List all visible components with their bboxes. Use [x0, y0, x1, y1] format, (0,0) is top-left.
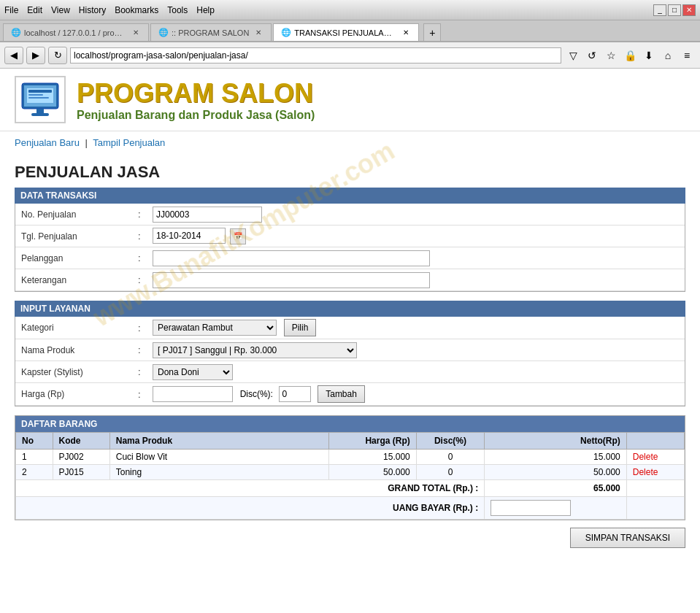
- menu-icon[interactable]: ≡: [678, 47, 696, 64]
- address-input[interactable]: [70, 47, 561, 63]
- delete-link-1[interactable]: Delete: [633, 452, 658, 462]
- table-row: 1 PJ002 Cuci Blow Vit 15.000 0 15.000 De…: [16, 450, 685, 465]
- row2-netto: 50.000: [485, 465, 627, 480]
- kategori-label: Kategori: [21, 323, 138, 333]
- no-penjualan-colon: :: [138, 209, 153, 220]
- pelanggan-row: Pelanggan :: [15, 247, 685, 269]
- tab-3-close[interactable]: ✕: [401, 28, 411, 38]
- daftar-table-header-row: No Kode Nama Produk Harga (Rp) Disc(%) N…: [16, 433, 685, 450]
- tab-2-favicon: 🌐: [158, 28, 169, 37]
- disc-input[interactable]: [279, 386, 311, 402]
- dropdown-arrow-icon[interactable]: ▽: [564, 47, 582, 64]
- tab-1-close[interactable]: ✕: [131, 28, 141, 38]
- window-controls: _ □ ✕: [653, 4, 696, 16]
- maximize-button[interactable]: □: [668, 4, 681, 16]
- uang-bayar-empty: [626, 497, 684, 520]
- header-text: PROGRAM SALON Penjualan Barang dan Produ…: [77, 78, 315, 122]
- menu-bookmarks[interactable]: Bookmarks: [115, 5, 158, 15]
- row1-disc: 0: [416, 450, 484, 465]
- no-penjualan-control: [153, 207, 679, 223]
- nama-produk-select[interactable]: [ PJ017 ] Sanggul | Rp. 30.000: [153, 342, 357, 358]
- tgl-penjualan-label: Tgl. Penjualan: [21, 231, 138, 242]
- tgl-penjualan-row: Tgl. Penjualan : 📅: [15, 225, 685, 247]
- logo-svg: [18, 80, 62, 120]
- home-icon[interactable]: ⌂: [659, 47, 677, 64]
- daftar-table-head: No Kode Nama Produk Harga (Rp) Disc(%) N…: [16, 433, 685, 450]
- tab-2[interactable]: 🌐 :: PROGRAM SALON ✕: [150, 23, 272, 41]
- grand-total-row: GRAND TOTAL (Rp.) : 65.000: [16, 480, 685, 497]
- grand-total-value: 65.000: [485, 480, 627, 497]
- row2-disc: 0: [416, 465, 484, 480]
- simpan-transaksi-button[interactable]: SIMPAN TRANSAKSI: [570, 528, 685, 548]
- close-button[interactable]: ✕: [682, 4, 696, 16]
- daftar-barang-header: DAFTAR BARANG: [15, 416, 685, 432]
- title-bar: File Edit View History Bookmarks Tools H…: [0, 0, 700, 20]
- kapster-control: Dona Doni Stylist 2: [153, 364, 679, 380]
- kapster-select[interactable]: Dona Doni Stylist 2: [153, 364, 233, 380]
- download-icon[interactable]: ⬇: [640, 47, 658, 64]
- refresh-small-icon[interactable]: ↺: [583, 47, 601, 64]
- refresh-button[interactable]: ↻: [48, 47, 67, 64]
- tgl-penjualan-colon: :: [138, 231, 153, 242]
- tgl-penjualan-input[interactable]: [153, 228, 226, 244]
- calendar-button[interactable]: 📅: [230, 228, 246, 244]
- row1-kode: PJ002: [53, 450, 109, 465]
- col-no: No: [16, 433, 53, 450]
- save-button-row: SIMPAN TRANSAKSI: [0, 520, 700, 555]
- svg-rect-3: [28, 90, 52, 93]
- nav-separator: |: [85, 137, 88, 148]
- tab-1[interactable]: 🌐 localhost / 127.0.0.1 / progra... ✕: [3, 23, 149, 41]
- forward-button[interactable]: ▶: [26, 47, 45, 64]
- address-bar-icons: ▽ ↺ ☆ 🔒 ⬇ ⌂ ≡: [564, 47, 696, 64]
- pilih-button[interactable]: Pilih: [284, 319, 317, 336]
- col-disc: Disc(%): [416, 433, 484, 450]
- browser-chrome: File Edit View History Bookmarks Tools H…: [0, 0, 700, 69]
- row2-nama: Toning: [109, 465, 328, 480]
- penjualan-baru-link[interactable]: Penjualan Baru: [15, 137, 80, 148]
- kapster-label: Kapster (Stylist): [21, 367, 138, 377]
- keterangan-input[interactable]: [153, 272, 430, 288]
- menu-tools[interactable]: Tools: [167, 5, 188, 15]
- page-scroll-wrapper[interactable]: www.BunafitKomputer.com: [0, 69, 700, 609]
- star-icon[interactable]: ☆: [602, 47, 620, 64]
- tambah-button[interactable]: Tambah: [318, 385, 365, 403]
- harga-row: Harga (Rp) : Disc(%): Tambah: [15, 383, 685, 406]
- menu-history[interactable]: History: [79, 5, 106, 15]
- lock-icon[interactable]: 🔒: [621, 47, 639, 64]
- row1-netto: 15.000: [485, 450, 627, 465]
- tab-2-close[interactable]: ✕: [253, 28, 264, 38]
- menu-help[interactable]: Help: [196, 5, 215, 15]
- row2-kode: PJ015: [53, 465, 109, 480]
- pelanggan-input[interactable]: [153, 250, 430, 266]
- tab-3-favicon: 🌐: [281, 28, 291, 37]
- tab-2-label: :: PROGRAM SALON: [172, 28, 249, 37]
- row1-delete[interactable]: Delete: [626, 450, 684, 465]
- uang-bayar-label: UANG BAYAR (Rp.) :: [16, 497, 485, 520]
- uang-bayar-input[interactable]: [491, 500, 571, 516]
- page-title: PENJUALAN JASA: [0, 154, 700, 188]
- delete-link-2[interactable]: Delete: [633, 467, 658, 477]
- tab-3[interactable]: 🌐 TRANSAKSI PENJUALAN JASA - P... ✕: [273, 23, 419, 41]
- tampil-penjualan-link[interactable]: Tampil Penjualan: [93, 137, 165, 148]
- menu-file[interactable]: File: [4, 5, 18, 15]
- tab-3-label: TRANSAKSI PENJUALAN JASA - P...: [294, 28, 396, 37]
- menu-view[interactable]: View: [51, 5, 70, 15]
- menu-edit[interactable]: Edit: [27, 5, 42, 15]
- input-layanan-section: INPUT LAYANAN Kategori : Perawatan Rambu…: [15, 301, 685, 406]
- row1-no: 1: [16, 450, 53, 465]
- col-netto: Netto(Rp): [485, 433, 627, 450]
- row2-delete[interactable]: Delete: [626, 465, 684, 480]
- no-penjualan-input[interactable]: [153, 207, 262, 223]
- new-tab-button[interactable]: +: [423, 23, 441, 41]
- kategori-select[interactable]: Perawatan Rambut Perawatan Wajah Perawat…: [153, 320, 277, 336]
- data-transaksi-header: DATA TRANSAKSI: [15, 188, 685, 204]
- col-action: [626, 433, 684, 450]
- minimize-button[interactable]: _: [653, 4, 666, 16]
- svg-rect-5: [28, 97, 49, 99]
- daftar-barang-table: No Kode Nama Produk Harga (Rp) Disc(%) N…: [15, 432, 685, 520]
- data-transaksi-body: No. Penjualan : Tgl. Penjualan : 📅: [15, 204, 685, 292]
- grand-total-label: GRAND TOTAL (Rp.) :: [16, 480, 485, 497]
- keterangan-colon: :: [138, 274, 153, 285]
- harga-input[interactable]: [153, 386, 233, 402]
- back-button[interactable]: ◀: [4, 47, 23, 64]
